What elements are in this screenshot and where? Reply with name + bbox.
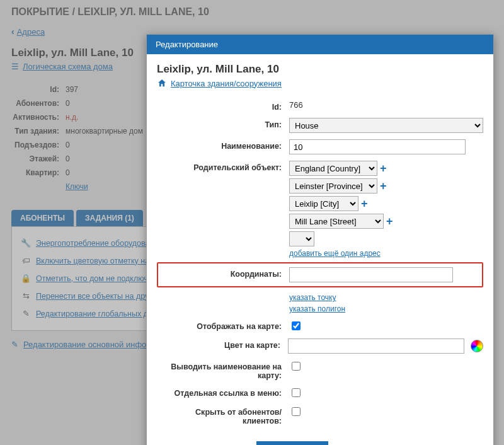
home-icon bbox=[157, 78, 167, 88]
field-mapcolor-input[interactable] bbox=[288, 338, 464, 354]
edit-modal: Редактирование Leixlip, ул. Mill Lane, 1… bbox=[146, 34, 494, 445]
add-province-button[interactable]: + bbox=[380, 180, 387, 192]
parent-country-select[interactable]: England [Country] bbox=[289, 161, 377, 176]
field-parent-label: Родительский объект: bbox=[157, 161, 289, 172]
field-name-input[interactable] bbox=[289, 139, 466, 154]
field-coords-label: Координаты: bbox=[164, 267, 289, 279]
parent-city-select[interactable]: Leixlip [City] bbox=[289, 196, 358, 211]
color-picker-icon[interactable] bbox=[471, 340, 483, 352]
field-hide-label: Скрыть от абонентов/клиентов: bbox=[157, 405, 289, 425]
field-showname-label: Выводить наименование на карту: bbox=[157, 360, 289, 380]
field-type-label: Тип: bbox=[157, 118, 289, 129]
set-polygon-link[interactable]: указать полигон bbox=[289, 304, 483, 313]
field-hide-checkbox[interactable] bbox=[292, 407, 301, 416]
add-country-button[interactable]: + bbox=[380, 163, 387, 174]
field-id-label: Id: bbox=[157, 100, 289, 112]
field-menulink-label: Отдельная ссылка в меню: bbox=[157, 386, 289, 398]
field-showmap-label: Отображать на карте: bbox=[157, 320, 289, 331]
set-point-link[interactable]: указать точку bbox=[289, 293, 483, 302]
modal-title: Leixlip, ул. Mill Lane, 10 bbox=[157, 63, 483, 76]
field-showmap-checkbox[interactable] bbox=[292, 321, 301, 330]
parent-empty-select[interactable] bbox=[289, 231, 314, 246]
modal-footer: Сохранить или Отмена ✕ Удаление запрещен… bbox=[147, 432, 493, 445]
field-showname-checkbox[interactable] bbox=[292, 362, 301, 371]
add-city-button[interactable]: + bbox=[361, 198, 368, 209]
modal-header: Редактирование bbox=[147, 35, 493, 54]
field-mapcolor-label: Цвет на карте: bbox=[157, 338, 288, 350]
save-button[interactable]: Сохранить bbox=[256, 441, 328, 445]
field-name-label: Наименование: bbox=[157, 139, 289, 151]
parent-province-select[interactable]: Leinster [Province] bbox=[289, 178, 377, 194]
field-coords-input[interactable] bbox=[289, 267, 453, 282]
building-card-label: Карточка здания/сооружения bbox=[171, 79, 282, 88]
coords-highlight: Координаты: bbox=[157, 262, 483, 287]
add-address-link[interactable]: добавить ещё один адрес bbox=[289, 249, 483, 258]
field-id-value: 766 bbox=[289, 100, 483, 110]
building-card-link[interactable]: Карточка здания/сооружения bbox=[157, 78, 282, 88]
parent-street-select[interactable]: Mill Lane [Street] bbox=[289, 214, 384, 229]
field-type-select[interactable]: House bbox=[289, 118, 483, 133]
add-street-button[interactable]: + bbox=[386, 216, 393, 227]
field-menulink-checkbox[interactable] bbox=[292, 388, 301, 397]
